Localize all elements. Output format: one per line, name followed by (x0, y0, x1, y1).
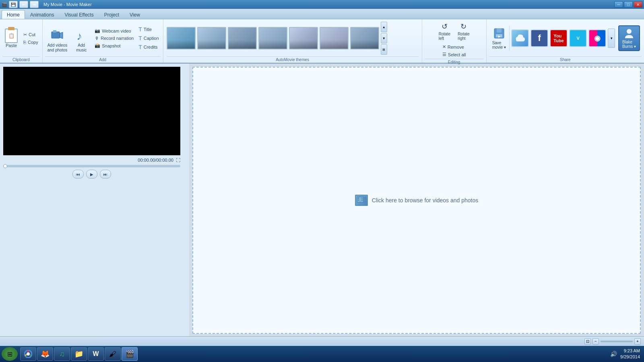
add-videos-button[interactable]: Add videosand photos (45, 22, 70, 54)
share-scroll[interactable]: ▼ (608, 29, 615, 48)
theme-7[interactable] (350, 27, 379, 49)
add-music-button[interactable]: ♪ Addmusic (71, 22, 91, 54)
themes-content: ▲ ▼ ⊞ (167, 21, 419, 56)
share-group: ▶ Savemovie ▾ f YouTube V (487, 19, 644, 63)
minimize-button[interactable]: ─ (614, 1, 623, 8)
copy-button[interactable]: ⎘ Copy (22, 39, 40, 45)
tab-view[interactable]: View (124, 10, 145, 19)
next-frame-button[interactable]: ⏭ (100, 170, 111, 179)
rotate-left-label: Rotateleft (439, 32, 450, 41)
remove-label: Remove (448, 45, 464, 49)
theme-4[interactable] (258, 27, 287, 49)
svg-line-18 (30, 355, 31, 356)
webcam-label: Webcam video (102, 29, 131, 33)
rotate-right-label: Rotateright (458, 32, 469, 41)
automovie-group-label: AutoMovie themes (167, 56, 419, 63)
taskbar-spotify[interactable]: ♫ (54, 347, 70, 361)
paste-button[interactable]: 📋 Paste (2, 28, 20, 49)
svg-rect-11 (358, 197, 359, 199)
taskbar-word[interactable]: W (88, 347, 104, 361)
theme-2[interactable] (197, 27, 226, 49)
user-icon (623, 28, 635, 39)
quick-undo[interactable]: ↩ (19, 1, 28, 8)
facebook-button[interactable]: f (530, 29, 548, 47)
zoom-in-button[interactable]: + (634, 338, 641, 345)
tab-home[interactable]: Home (2, 10, 25, 19)
browse-icon (355, 195, 368, 206)
title-caption-credits: T Title T Caption T Credits (137, 22, 160, 54)
maximize-button[interactable]: □ (624, 1, 633, 8)
time-display: 00:00.00/00:00.00 ⛶ (3, 158, 180, 162)
snapshot-button[interactable]: 📸 Snapshot (93, 42, 135, 49)
theme-scroll-more[interactable]: ⊞ (381, 44, 387, 55)
theme-3[interactable] (228, 27, 257, 49)
explorer-icon: 📁 (74, 350, 83, 358)
rotate-right-button[interactable]: ↻ Rotateright (455, 21, 472, 42)
credits-icon: T (138, 44, 142, 50)
preview-inner: 00:00.00/00:00.00 ⛶ ⏮ ▶ ⏭ (3, 67, 180, 179)
rotate-left-button[interactable]: ↺ Rotateleft (436, 21, 453, 42)
taskbar-firefox[interactable]: 🦊 (37, 347, 53, 361)
save-movie-button[interactable]: ▶ Savemovie ▾ (489, 25, 510, 51)
taskbar-moviemaker[interactable]: 🎬 (122, 347, 138, 361)
zoom-control: ⊡ − + (584, 338, 641, 345)
theme-6[interactable] (320, 27, 349, 49)
timeline-thumb[interactable] (3, 164, 7, 168)
flickr-icon-label: ◉ (594, 34, 601, 43)
record-narration-button[interactable]: 🎙 Record narration (93, 35, 135, 41)
tab-project[interactable]: Project (99, 10, 124, 19)
zoom-slider[interactable] (601, 341, 633, 342)
tab-visual-effects[interactable]: Visual Effects (59, 10, 99, 19)
taskbar: ⊞ 🦊 ♫ 📁 W 🖌 🎬 🔊 9:23 AM 9/29/2014 (0, 346, 644, 362)
title-button[interactable]: T Title (137, 25, 160, 33)
browse-prompt[interactable]: Click here to browse for videos and phot… (355, 195, 479, 206)
firefox-icon: 🦊 (41, 350, 50, 358)
select-all-button[interactable]: ☰ Select all (441, 51, 468, 58)
close-button[interactable]: ✕ (634, 1, 642, 8)
taskbar-explorer[interactable]: 📁 (71, 347, 87, 361)
quick-save[interactable]: 💾 (9, 1, 18, 8)
cut-button[interactable]: ✂ Cut (22, 31, 40, 38)
taskbar-paint[interactable]: 🖌 (105, 347, 121, 361)
youtube-button[interactable]: YouTube (550, 29, 568, 47)
tab-animations[interactable]: Animations (25, 10, 59, 19)
zoom-out-button[interactable]: − (592, 338, 599, 345)
browse-text[interactable]: Click here to browse for videos and phot… (372, 197, 479, 204)
caption-label: Caption (144, 36, 159, 41)
skydrive-button[interactable] (511, 29, 529, 47)
remove-button[interactable]: ✕ Remove (441, 43, 468, 50)
caption-button[interactable]: T Caption (137, 34, 160, 42)
theme-scroll-controls: ▲ ▼ ⊞ (381, 22, 387, 55)
theme-scroll-up[interactable]: ▲ (381, 22, 387, 32)
save-movie-icon: ▶ (493, 27, 506, 40)
editing-content: ↺ Rotateleft ↻ Rotateright ✕ Remove ☰ (425, 21, 484, 58)
system-tray-volume[interactable]: 🔊 (610, 351, 617, 357)
theme-5[interactable] (289, 27, 318, 49)
start-button[interactable]: ⊞ (2, 347, 18, 361)
storyboard-area[interactable]: Click here to browse for videos and phot… (192, 67, 641, 334)
svg-marker-1 (60, 32, 63, 39)
svg-text:♪: ♪ (76, 30, 82, 42)
video-preview (3, 67, 180, 155)
credits-button[interactable]: T Credits (137, 43, 160, 51)
remove-selectall-buttons: ✕ Remove ☰ Select all (441, 43, 468, 58)
record-narration-label: Record narration (101, 36, 134, 41)
webcam-video-button[interactable]: 📷 Webcam video (93, 27, 135, 34)
theme-scroll-down[interactable]: ▼ (381, 33, 387, 43)
zoom-fit-button[interactable]: ⊡ (584, 338, 591, 345)
vimeo-button[interactable]: V (569, 29, 587, 47)
skydrive-icon (514, 33, 526, 44)
fullscreen-icon[interactable]: ⛶ (176, 158, 180, 162)
quick-redo[interactable]: ↪ (30, 1, 39, 8)
flickr-button[interactable]: ◉ (588, 29, 606, 47)
user-account-button[interactable]: BlakeBurns ▾ (618, 25, 640, 51)
title-label: Title (144, 27, 152, 32)
svg-point-16 (27, 352, 30, 356)
add-group-label: Add (45, 56, 161, 63)
window-controls: ─ □ ✕ (614, 1, 642, 8)
play-button[interactable]: ▶ (86, 170, 97, 179)
theme-1[interactable] (167, 27, 196, 49)
rewind-button[interactable]: ⏮ (72, 170, 84, 179)
taskbar-chrome[interactable] (20, 347, 36, 361)
timeline-bar[interactable] (3, 165, 180, 167)
